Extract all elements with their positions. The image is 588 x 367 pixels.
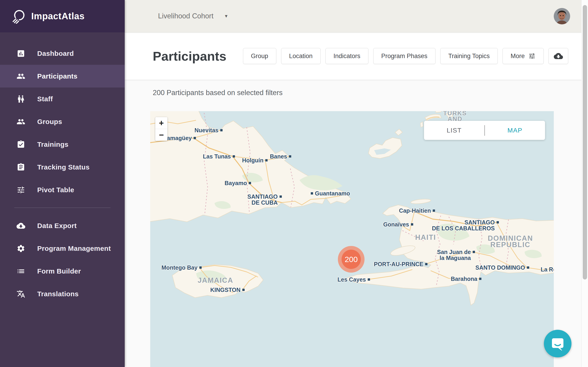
sidebar-item-label: Program Management: [37, 245, 111, 252]
sidebar: ImpactAtlas DashboardParticipantsStaffGr…: [0, 0, 125, 367]
city-marker-square: [425, 263, 427, 265]
map-city-label-gona-ves: Gonaïves: [383, 221, 413, 227]
filter-button-label: Training Topics: [448, 53, 490, 60]
filter-button-label: Program Phases: [381, 53, 427, 60]
clipboard-check-icon: [17, 140, 25, 149]
city-marker-square: [473, 251, 475, 253]
city-marker-square: [368, 278, 370, 281]
clipboard-icon: [17, 163, 25, 172]
map-country-label-dominican-republic: DOMINICANREPUBLIC: [488, 235, 533, 248]
sidebar-item-data-export[interactable]: Data Export: [0, 214, 125, 237]
sidebar-item-program-management[interactable]: Program Management: [0, 237, 125, 260]
page-scrollbar[interactable]: [581, 0, 588, 367]
avatar-image: [554, 8, 570, 24]
map-city-label-santiago-de-los-caballeros: SANTIAGODE LOS CABALLEROS: [432, 219, 499, 231]
participants-map[interactable]: + − LISTMAP 200 NuevitasCamagüeyLas Tuna…: [150, 111, 554, 367]
sidebar-item-staff[interactable]: Staff: [0, 87, 125, 110]
sidebar-divider: [14, 208, 110, 208]
cohort-selector[interactable]: Livelihood Cohort ▾: [158, 12, 227, 20]
map-city-label-les-cayes: Les Cayes: [337, 276, 370, 283]
city-marker-square: [289, 155, 291, 158]
map-city-label-barahona: Barahona: [451, 276, 481, 282]
map-city-label-bayamo: Bayamo: [225, 180, 251, 186]
sidebar-item-tracking-status[interactable]: Tracking Status: [0, 156, 125, 178]
people-icon: [17, 72, 25, 81]
sidebar-item-dashboard[interactable]: Dashboard: [0, 42, 125, 65]
sidebar-item-label: Dashboard: [37, 50, 74, 58]
sidebar-item-form-builder[interactable]: Form Builder: [0, 260, 125, 283]
city-marker-square: [311, 192, 313, 194]
map-zoom-control: + −: [155, 117, 167, 141]
chevron-down-icon: ▾: [225, 13, 227, 19]
cloud-download-icon: [554, 51, 563, 61]
filter-button-label: Indicators: [333, 53, 360, 60]
chat-bubble-icon: [551, 336, 565, 351]
sidebar-item-translations[interactable]: Translations: [0, 283, 125, 305]
cluster-count: 200: [341, 250, 361, 269]
page-title: Participants: [153, 49, 226, 64]
map-city-label-las-tunas: Las Tunas: [203, 153, 235, 159]
sidebar-item-label: Tracking Status: [37, 163, 90, 171]
sidebar-nav: DashboardParticipantsStaffGroupsTraining…: [0, 32, 125, 305]
map-city-label-guantanamo: Guantanamo: [311, 190, 350, 196]
filter-button-group[interactable]: Group: [243, 48, 276, 64]
city-marker-square: [497, 221, 499, 224]
map-city-label-la-roma: La Roma: [541, 267, 554, 272]
gear-icon: [17, 244, 25, 253]
view-toggle-map[interactable]: MAP: [485, 127, 545, 134]
chat-launcher-button[interactable]: [544, 330, 571, 357]
view-toggle-list[interactable]: LIST: [424, 127, 484, 134]
sidebar-item-label: Participants: [37, 72, 77, 80]
map-city-label-santo-domingo: SANTO DOMINGO: [475, 265, 529, 271]
city-marker-square: [433, 209, 435, 212]
cloud-download-icon: [17, 221, 25, 230]
scrollbar-thumb[interactable]: [583, 5, 587, 280]
map-city-label-port-au-prince: PORT-AU-PRINCE: [374, 261, 427, 267]
filter-button-label: Location: [289, 53, 313, 60]
sidebar-item-label: Staff: [37, 95, 53, 103]
sidebar-item-groups[interactable]: Groups: [0, 110, 125, 133]
filter-button-location[interactable]: Location: [281, 48, 321, 64]
city-marker-square: [199, 267, 202, 269]
page-header: Participants GroupLocationIndicatorsProg…: [125, 32, 588, 80]
wc-icon: [17, 95, 25, 103]
tune-icon: [17, 186, 25, 194]
participant-cluster-marker[interactable]: 200: [338, 246, 364, 273]
sidebar-item-pivot-table[interactable]: Pivot Table: [0, 178, 125, 201]
city-marker-square: [233, 155, 235, 158]
tune-icon: [528, 52, 536, 60]
filter-button-training-topics[interactable]: Training Topics: [440, 48, 498, 64]
map-city-label-san-juan-de-la-maguana: San Juan dela Maguana: [437, 249, 475, 261]
translate-icon: [17, 290, 25, 298]
map-country-label-haiti: HAITI: [415, 234, 436, 241]
zoom-in-button[interactable]: +: [155, 117, 167, 129]
city-marker-square: [280, 195, 282, 198]
map-city-label-camag-ey: Camagüey: [163, 135, 196, 141]
city-marker-square: [411, 223, 413, 225]
sidebar-item-trainings[interactable]: Trainings: [0, 133, 125, 156]
sidebar-item-label: Form Builder: [37, 267, 81, 275]
map-city-label-santiago-de-cuba: SANTIAGODE CUBA: [247, 194, 282, 206]
more-filters-button[interactable]: More: [503, 48, 544, 64]
map-city-label-holgu-n: Holguín: [242, 157, 268, 163]
map-country-label-jamaica: JAMAICA: [198, 277, 233, 284]
city-marker-square: [242, 289, 245, 291]
more-button-label: More: [511, 53, 525, 60]
brand-name: ImpactAtlas: [31, 11, 84, 21]
export-button[interactable]: [548, 48, 568, 64]
zoom-out-button[interactable]: −: [155, 129, 167, 141]
list-map-toggle: LISTMAP: [424, 121, 545, 140]
map-city-label-kingston: KINGSTON: [210, 287, 245, 293]
sidebar-item-label: Trainings: [37, 141, 68, 148]
sidebar-item-participants[interactable]: Participants: [0, 65, 125, 87]
brand-header: ImpactAtlas: [0, 0, 125, 32]
results-summary: 200 Participants based on selected filte…: [153, 89, 282, 97]
filter-button-indicators[interactable]: Indicators: [325, 48, 368, 64]
user-avatar[interactable]: [554, 8, 570, 24]
city-marker-square: [479, 278, 481, 280]
sidebar-item-label: Translations: [37, 290, 79, 298]
sidebar-item-label: Pivot Table: [37, 186, 74, 194]
cohort-selector-value: Livelihood Cohort: [158, 12, 213, 20]
list-icon: [17, 267, 25, 275]
filter-button-program-phases[interactable]: Program Phases: [373, 48, 436, 64]
